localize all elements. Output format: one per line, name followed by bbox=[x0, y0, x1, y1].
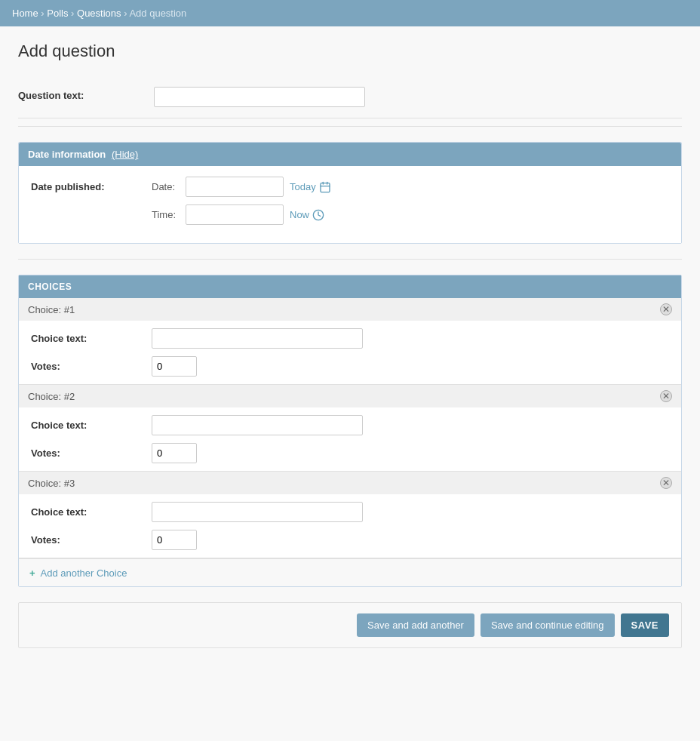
date-section-hide-link[interactable]: (Hide) bbox=[112, 149, 138, 160]
date-section: Date information (Hide) Date published: … bbox=[18, 142, 682, 244]
time-field-row: Time: Now bbox=[152, 204, 331, 225]
choice-1-remove-button[interactable]: ✕ bbox=[660, 303, 672, 315]
choice-2-text-label: Choice text: bbox=[31, 420, 152, 431]
choice-item-2: Choice: #2 ✕ Choice text: Votes: bbox=[19, 385, 681, 472]
choice-1-votes-input[interactable] bbox=[152, 356, 197, 377]
breadcrumb-home[interactable]: Home bbox=[12, 8, 38, 19]
add-choice-row: + Add another Choice bbox=[19, 558, 681, 586]
choice-3-remove-button[interactable]: ✕ bbox=[660, 477, 672, 489]
choice-3-votes-label: Votes: bbox=[31, 534, 152, 546]
choice-1-text-label: Choice text: bbox=[31, 333, 152, 344]
breadcrumb-bar: Home › Polls › Questions › Add question bbox=[0, 0, 700, 26]
time-label: Time: bbox=[152, 209, 186, 220]
choice-header-2: Choice: #2 ✕ bbox=[19, 385, 681, 407]
svg-rect-0 bbox=[321, 183, 330, 192]
choices-header: CHOICES bbox=[19, 275, 681, 298]
clock-icon[interactable] bbox=[312, 209, 324, 221]
date-published-row: Date published: Date: Today bbox=[31, 177, 669, 232]
date-fields: Date: Today Time: bbox=[152, 177, 331, 232]
date-section-body: Date published: Date: Today bbox=[19, 166, 681, 243]
date-input[interactable] bbox=[186, 177, 284, 197]
choice-2-text-input[interactable] bbox=[152, 415, 363, 435]
choice-2-text-row: Choice text: bbox=[31, 415, 669, 435]
choice-3-votes-row: Votes: bbox=[31, 530, 669, 550]
choice-3-text-label: Choice text: bbox=[31, 506, 152, 518]
choice-3-text-row: Choice text: bbox=[31, 502, 669, 522]
question-text-row: Question text: bbox=[18, 76, 682, 118]
choice-1-text-row: Choice text: bbox=[31, 328, 669, 349]
time-input[interactable] bbox=[186, 204, 284, 225]
choice-1-body: Choice text: Votes: bbox=[19, 321, 681, 384]
choice-1-text-input[interactable] bbox=[152, 328, 363, 349]
date-section-header: Date information (Hide) bbox=[19, 143, 681, 166]
choice-item-3: Choice: #3 ✕ Choice text: Votes: bbox=[19, 472, 681, 558]
add-choice-link[interactable]: + Add another Choice bbox=[29, 567, 127, 579]
choice-2-votes-input[interactable] bbox=[152, 443, 197, 463]
now-link[interactable]: Now bbox=[290, 209, 309, 220]
choice-header-1: Choice: #1 ✕ bbox=[19, 298, 681, 321]
today-link[interactable]: Today bbox=[290, 181, 316, 192]
question-text-label: Question text: bbox=[18, 87, 154, 101]
date-published-label: Date published: bbox=[31, 177, 152, 192]
choice-3-text-input[interactable] bbox=[152, 502, 363, 522]
choice-2-votes-label: Votes: bbox=[31, 447, 152, 459]
save-and-add-another-button[interactable]: Save and add another bbox=[357, 613, 474, 637]
choice-2-remove-button[interactable]: ✕ bbox=[660, 390, 672, 402]
calendar-icon[interactable] bbox=[319, 181, 331, 193]
choices-section: CHOICES Choice: #1 ✕ Choice text: Votes: bbox=[18, 275, 682, 587]
save-and-continue-editing-button[interactable]: Save and continue editing bbox=[480, 613, 615, 637]
choice-2-votes-row: Votes: bbox=[31, 443, 669, 463]
date-field-row: Date: Today bbox=[152, 177, 331, 197]
choice-header-3: Choice: #3 ✕ bbox=[19, 472, 681, 494]
choice-3-body: Choice text: Votes: bbox=[19, 494, 681, 558]
breadcrumb-current: Add question bbox=[129, 8, 186, 19]
choice-2-label: Choice: #2 bbox=[28, 391, 75, 402]
plus-icon: + bbox=[29, 567, 35, 579]
breadcrumb-questions[interactable]: Questions bbox=[77, 8, 121, 19]
question-text-input[interactable] bbox=[154, 87, 365, 107]
choice-2-body: Choice text: Votes: bbox=[19, 407, 681, 471]
choice-3-votes-input[interactable] bbox=[152, 530, 197, 550]
page-title: Add question bbox=[18, 42, 682, 61]
action-bar: Save and add another Save and continue e… bbox=[18, 602, 682, 648]
date-label: Date: bbox=[152, 181, 186, 192]
choice-1-votes-row: Votes: bbox=[31, 356, 669, 377]
add-choice-label: Add another Choice bbox=[41, 567, 127, 579]
choice-item-1: Choice: #1 ✕ Choice text: Votes: bbox=[19, 298, 681, 385]
save-button[interactable]: SAVE bbox=[621, 613, 669, 637]
choice-1-votes-label: Votes: bbox=[31, 361, 152, 372]
choice-3-label: Choice: #3 bbox=[28, 478, 75, 489]
breadcrumb-polls[interactable]: Polls bbox=[47, 8, 68, 19]
choice-1-label: Choice: #1 bbox=[28, 304, 75, 315]
